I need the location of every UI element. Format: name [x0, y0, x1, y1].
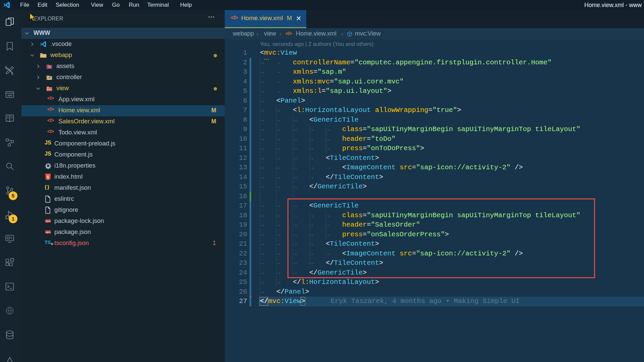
svg-text:<>: <> — [48, 88, 51, 90]
svg-text:5: 5 — [47, 175, 49, 179]
svg-text:npm: npm — [46, 220, 51, 223]
svg-text:API: API — [7, 94, 12, 97]
svg-text:npm: npm — [46, 231, 51, 234]
